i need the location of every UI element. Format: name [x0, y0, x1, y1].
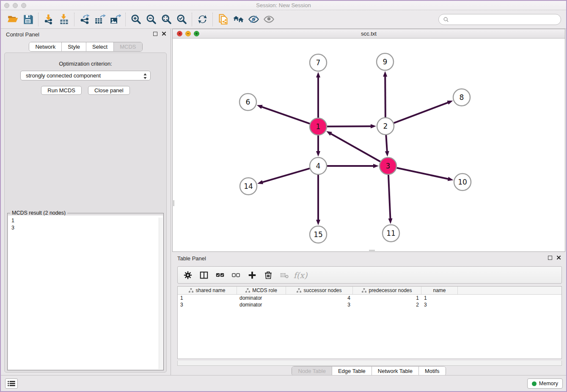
table-panel-float-button[interactable]	[548, 256, 552, 260]
tab-edge-table[interactable]: Edge Table	[332, 367, 372, 375]
graph-edge-1-7[interactable]	[316, 72, 320, 118]
hide-selected-button[interactable]	[246, 12, 261, 27]
search-icon	[443, 17, 449, 22]
gear-icon	[183, 271, 193, 280]
add-column-button[interactable]	[245, 268, 259, 282]
graph-edge-4-3[interactable]	[327, 164, 379, 168]
mcds-result-group: MCDS result (2 nodes) 1 3	[7, 213, 164, 370]
search-input[interactable]	[451, 17, 556, 23]
graph-edge-3-10[interactable]	[397, 168, 454, 181]
close-panel-button[interactable]: Close panel	[88, 86, 130, 95]
sort-hierarchy-icon	[297, 288, 301, 293]
tab-select[interactable]: Select	[86, 42, 114, 51]
control-panel-float-button[interactable]	[153, 32, 157, 36]
zoom-fit-button[interactable]	[159, 12, 174, 27]
export-network-button[interactable]	[77, 12, 92, 27]
table-horizontal-scrollbar[interactable]	[177, 361, 562, 366]
deselect-all-rows-button[interactable]	[229, 268, 243, 282]
column-header-shared-name[interactable]: shared name	[178, 287, 237, 294]
network-graph-svg[interactable]: 7968124314101511	[173, 39, 566, 251]
column-header-successor-nodes[interactable]: successor nodes	[286, 287, 353, 294]
delete-table-button[interactable]	[278, 268, 291, 282]
canvas-bottom-grip[interactable]	[369, 250, 375, 251]
control-panel-close-button[interactable]	[162, 31, 166, 36]
column-settings-button[interactable]	[181, 268, 195, 282]
save-session-button[interactable]	[20, 12, 36, 27]
tab-node-table[interactable]: Node Table	[292, 367, 332, 375]
graph-edge-1-2[interactable]	[327, 124, 376, 128]
graph-node-8[interactable]: 8	[453, 89, 470, 106]
graph-node-9[interactable]: 9	[377, 53, 394, 70]
delete-column-button[interactable]	[261, 268, 275, 282]
first-neighbors-button[interactable]	[195, 12, 210, 27]
tab-network[interactable]: Network	[29, 42, 62, 51]
zoom-in-button[interactable]	[128, 12, 143, 27]
table-row[interactable]: 3 dominator 3 2 3	[178, 301, 561, 308]
window-titlebar[interactable]: Session: New Session	[1, 1, 566, 10]
tab-motifs[interactable]: Motifs	[419, 367, 446, 375]
zoom-out-button[interactable]	[143, 12, 159, 27]
network-canvas[interactable]: 7968124314101511	[173, 39, 565, 251]
network-window-titlebar[interactable]: scc.txt	[173, 29, 565, 39]
graph-edge-2-8[interactable]	[394, 101, 453, 123]
result-scrollbar[interactable]	[159, 218, 162, 369]
svg-text:4: 4	[316, 162, 321, 170]
import-network-button[interactable]	[41, 12, 56, 27]
graph-edge-2-9[interactable]	[383, 71, 387, 117]
mcds-result-textarea[interactable]: 1 3	[8, 215, 163, 370]
graph-node-1[interactable]: 1	[310, 118, 327, 135]
plus-icon	[248, 271, 257, 280]
table-tabbar: Node Table Edge Table Network Table Moti…	[172, 366, 565, 376]
tab-style[interactable]: Style	[62, 42, 86, 51]
column-header-predecessor-nodes[interactable]: predecessor nodes	[353, 287, 421, 294]
graph-edge-3-11[interactable]	[388, 175, 393, 224]
graph-node-2[interactable]: 2	[377, 118, 394, 135]
graph-edge-4-14[interactable]	[257, 168, 310, 184]
graph-edge-2-3[interactable]	[385, 135, 389, 157]
run-mcds-button[interactable]: Run MCDS	[41, 86, 82, 95]
graph-node-11[interactable]: 11	[383, 225, 399, 242]
show-all-networks-button[interactable]	[231, 12, 246, 27]
export-table-button[interactable]	[92, 12, 107, 27]
graph-edge-3-1[interactable]	[326, 131, 380, 162]
graph-node-7[interactable]: 7	[310, 54, 327, 71]
graph-node-3[interactable]: 3	[380, 157, 396, 174]
svg-text:6: 6	[246, 98, 250, 106]
sort-hierarchy-icon	[189, 288, 193, 293]
table-row[interactable]: 1 dominator 4 1 1	[178, 295, 561, 301]
graph-node-15[interactable]: 15	[310, 226, 327, 243]
function-builder-button[interactable]: f(x)	[294, 268, 307, 282]
table-panel-close-button[interactable]	[556, 255, 561, 260]
svg-text:2: 2	[383, 122, 388, 130]
show-selected-button[interactable]	[261, 12, 276, 27]
search-box[interactable]	[438, 14, 561, 25]
column-header-mcds-role[interactable]: MCDS role	[237, 287, 286, 294]
graph-node-6[interactable]: 6	[239, 94, 256, 110]
export-image-button[interactable]	[107, 12, 123, 27]
column-header-name[interactable]: name	[421, 287, 458, 294]
graph-edge-1-6[interactable]	[257, 105, 310, 124]
zoom-selected-button[interactable]	[174, 12, 189, 27]
select-all-rows-button[interactable]	[213, 268, 227, 282]
task-history-button[interactable]	[5, 378, 18, 389]
tab-network-table[interactable]: Network Table	[372, 367, 419, 375]
svg-text:10: 10	[458, 178, 467, 186]
selected-criterion-value: strongly connected component	[26, 72, 101, 79]
unchecked-boxes-icon	[231, 271, 241, 280]
copy-network-button[interactable]	[215, 12, 231, 27]
result-line: 1	[11, 217, 163, 224]
tab-mcds[interactable]: MCDS	[114, 42, 142, 51]
show-column-panel-button[interactable]	[197, 268, 211, 282]
memory-button[interactable]: Memory	[527, 378, 563, 389]
graph-edge-4-15[interactable]	[316, 175, 320, 225]
graph-node-10[interactable]: 10	[454, 174, 471, 190]
graph-node-14[interactable]: 14	[240, 178, 257, 195]
optimization-criterion-select[interactable]: strongly connected component	[20, 71, 151, 80]
canvas-left-grip[interactable]	[173, 200, 174, 206]
open-session-button[interactable]	[5, 12, 20, 27]
graph-edge-1-4[interactable]	[316, 135, 320, 157]
table-panel: Table Panel	[172, 253, 565, 377]
import-table-button[interactable]	[56, 12, 72, 27]
svg-text:15: 15	[314, 230, 323, 239]
graph-node-4[interactable]: 4	[310, 157, 327, 174]
